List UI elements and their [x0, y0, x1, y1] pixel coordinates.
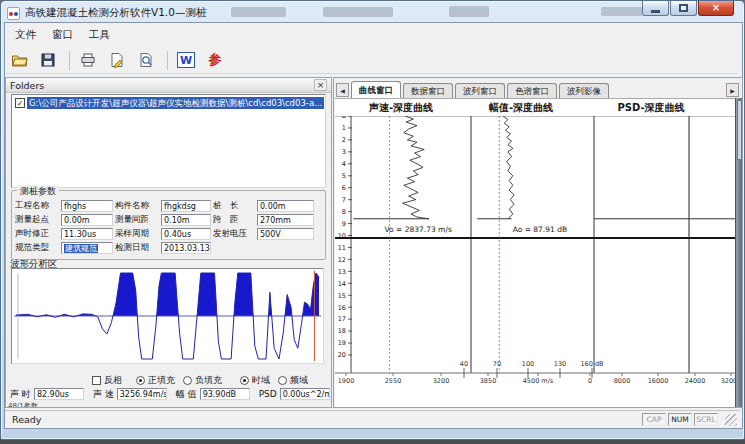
checkbox-icon[interactable]: ✓	[15, 98, 25, 108]
open-file-button[interactable]	[6, 49, 32, 72]
word-icon: W	[177, 52, 195, 68]
toolbar-separator	[69, 51, 70, 70]
tab-wave-list[interactable]: 波列窗口	[455, 83, 505, 98]
tab-scroll-left-icon[interactable]: ◀	[336, 83, 349, 97]
readout-label: PSD	[259, 389, 277, 399]
tab-scroll-right-icon[interactable]: ▶	[726, 83, 739, 97]
radio-label: 时域	[252, 374, 270, 387]
scrollbar-thumb[interactable]	[737, 100, 742, 160]
depth-charts-area: 声速-深度曲线幅值-深度曲线PSD-深度曲线 01234567891011121…	[335, 98, 738, 408]
x-tick-label: 2550	[385, 377, 402, 385]
radio-fill-1[interactable]: 负填充	[183, 374, 222, 387]
print-preview-icon	[138, 52, 154, 68]
svg-text:13: 13	[338, 268, 346, 276]
param-input[interactable]: 0.00m	[257, 200, 314, 212]
param-label: 声时修正	[15, 228, 59, 240]
param-label: 采样周期	[115, 228, 159, 240]
param-input[interactable]: 500V	[257, 228, 314, 240]
minimize-icon	[651, 10, 660, 13]
x-tick-label: 100	[522, 360, 534, 368]
param-input[interactable]: 0.10m	[161, 214, 211, 226]
chart-annotation: Ao = 87.91 dB	[513, 225, 567, 234]
param-label: 测量间距	[115, 214, 159, 226]
menu-item-window[interactable]: 窗口	[44, 26, 81, 44]
svg-text:4: 4	[342, 160, 346, 168]
curves-panel: ◀ 曲线窗口数据窗口波列窗口色谱窗口波列影像 ▶ 声速-深度曲线幅值-深度曲线P…	[333, 77, 743, 408]
param-input[interactable]: 0.00m	[61, 214, 113, 226]
chart-annotation: Vo = 2837.73 m/s	[385, 225, 452, 234]
maximize-icon	[679, 4, 688, 12]
toolbar-separator	[167, 51, 168, 70]
svg-text:11: 11	[338, 244, 346, 252]
x-tick-label: 8000	[614, 377, 631, 385]
param-input[interactable]: 建筑规范	[61, 242, 113, 254]
indicator-cap: CAP	[642, 413, 666, 426]
print-preview-button[interactable]	[133, 49, 159, 72]
print-button[interactable]	[75, 49, 101, 72]
folder-list-item[interactable]: ✓G:\公司产品设计开发\超声仪器\超声仪实地检测数据\测桩\cd\cd03\c…	[13, 96, 324, 109]
param-label: 桩 长	[213, 200, 255, 212]
param-input[interactable]: 270mm	[257, 214, 314, 226]
folder-list[interactable]: ✓G:\公司产品设计开发\超声仪器\超声仪实地检测数据\测桩\cd\cd03\c…	[11, 94, 326, 188]
save-button[interactable]	[35, 49, 61, 72]
tab-spectrum[interactable]: 色谱窗口	[507, 83, 557, 98]
resize-grip[interactable]	[725, 414, 737, 426]
svg-text:16: 16	[338, 304, 346, 312]
svg-text:14: 14	[338, 280, 346, 288]
checkbox-icon	[92, 376, 101, 385]
readout-input[interactable]: 0.00us^2/m	[280, 388, 330, 400]
x-tick-label: 3850	[480, 377, 497, 385]
folders-close-button[interactable]: ×	[314, 79, 327, 91]
param-input[interactable]: fhghs	[61, 200, 113, 212]
param-input[interactable]: 0.40us	[161, 228, 211, 240]
folders-panel: Folders × ✓G:\公司产品设计开发\超声仪器\超声仪实地检测数据\测桩…	[5, 77, 332, 408]
tab-data[interactable]: 数据窗口	[403, 83, 453, 98]
status-text: Ready	[12, 414, 42, 425]
x-tick-label: 160 dB	[580, 360, 603, 368]
close-button[interactable]: ×	[698, 1, 734, 16]
readout-label: 声 速	[93, 388, 114, 401]
readout-2: 幅 值93.90dB	[176, 388, 250, 401]
param-label: 测量起点	[15, 214, 59, 226]
menu-item-file[interactable]: 文件	[7, 26, 44, 44]
minimize-button[interactable]	[642, 1, 669, 16]
depth-charts-svg: 01234567891011121314151617181920Vo = 283…	[335, 116, 738, 396]
param-label: 跨 距	[213, 214, 255, 226]
title-bar[interactable]: 高铁建混凝土检测分析软件V1.0—测桩	[7, 4, 612, 22]
vertical-scrollbar[interactable]	[735, 98, 742, 408]
svg-text:12: 12	[338, 256, 346, 264]
readout-input[interactable]: 93.90dB	[200, 388, 250, 400]
chart-title-1: 幅值-深度曲线	[489, 101, 553, 115]
maximize-button[interactable]	[670, 1, 697, 16]
waveform-plot[interactable]	[11, 268, 324, 364]
tab-strip: ◀ 曲线窗口数据窗口波列窗口色谱窗口波列影像 ▶	[335, 80, 741, 98]
param-input[interactable]: 11.30us	[61, 228, 113, 240]
print-setup-button[interactable]	[104, 49, 130, 72]
parameters-button[interactable]: 参	[202, 49, 228, 72]
svg-text:2: 2	[342, 136, 346, 144]
readout-input[interactable]: 82.90us	[34, 388, 84, 400]
folder-path-label: G:\公司产品设计开发\超声仪器\超声仪实地检测数据\测桩\cd\cd03\cd…	[27, 97, 324, 109]
readouts-row: 声 时82.90us声 速3256.94m/s幅 值93.90dBPSD0.00…	[6, 387, 331, 401]
window-controls: ×	[641, 1, 734, 16]
export-word-button[interactable]: W	[173, 49, 199, 72]
menu-item-tools[interactable]: 工具	[81, 26, 118, 44]
svg-text:0: 0	[342, 116, 346, 120]
invert-checkbox[interactable]: 反相	[92, 374, 122, 387]
app-window: 高铁建混凝土检测分析软件V1.0—测桩 × 文件窗口工具	[0, 0, 745, 440]
readout-label: 幅 值	[176, 388, 197, 401]
param-value-selected: 建筑规范	[64, 244, 98, 253]
tab-wave-image[interactable]: 波列影像	[559, 83, 609, 98]
radio-domain-0[interactable]: 时域	[240, 374, 270, 387]
tab-curve[interactable]: 曲线窗口	[351, 81, 401, 98]
redaction-smudge	[323, 7, 393, 17]
x-tick-label: 130	[554, 360, 566, 368]
param-input[interactable]: 2013.03.13	[161, 242, 211, 254]
radio-domain-1[interactable]: 频域	[278, 374, 308, 387]
readout-input[interactable]: 3256.94m/s	[117, 388, 167, 400]
radio-fill-0[interactable]: 正填充	[136, 374, 175, 387]
redaction-smudge	[449, 6, 489, 17]
svg-text:3: 3	[342, 148, 346, 156]
parameters-icon: 参	[209, 51, 222, 69]
param-input[interactable]: fhgkdsg	[161, 200, 211, 212]
